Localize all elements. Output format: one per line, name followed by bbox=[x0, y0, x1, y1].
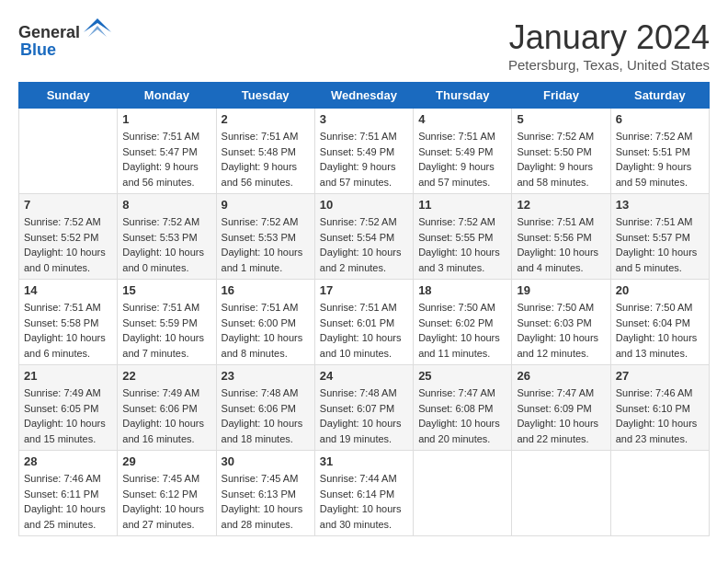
day-number: 4 bbox=[418, 112, 506, 126]
calendar-body: 1Sunrise: 7:51 AMSunset: 5:47 PMDaylight… bbox=[19, 109, 710, 536]
calendar-cell: 1Sunrise: 7:51 AMSunset: 5:47 PMDaylight… bbox=[118, 109, 216, 194]
day-number: 24 bbox=[320, 369, 408, 383]
day-number: 27 bbox=[616, 369, 704, 383]
cell-content: Sunrise: 7:51 AMSunset: 6:01 PMDaylight:… bbox=[320, 300, 408, 361]
day-number: 18 bbox=[418, 283, 506, 297]
day-number: 20 bbox=[616, 283, 704, 297]
calendar-cell: 10Sunrise: 7:52 AMSunset: 5:54 PMDayligh… bbox=[314, 194, 413, 280]
cell-content: Sunrise: 7:46 AMSunset: 6:11 PMDaylight:… bbox=[24, 471, 112, 532]
cell-content: Sunrise: 7:52 AMSunset: 5:53 PMDaylight:… bbox=[222, 214, 310, 275]
calendar-header: SundayMondayTuesdayWednesdayThursdayFrid… bbox=[19, 83, 710, 109]
day-number: 7 bbox=[24, 198, 112, 212]
calendar-cell: 17Sunrise: 7:51 AMSunset: 6:01 PMDayligh… bbox=[314, 280, 413, 365]
calendar-cell: 25Sunrise: 7:47 AMSunset: 6:08 PMDayligh… bbox=[414, 365, 512, 451]
calendar-cell: 4Sunrise: 7:51 AMSunset: 5:49 PMDaylight… bbox=[414, 109, 512, 194]
cell-content: Sunrise: 7:51 AMSunset: 6:00 PMDaylight:… bbox=[222, 300, 310, 361]
calendar-cell: 24Sunrise: 7:48 AMSunset: 6:07 PMDayligh… bbox=[314, 365, 413, 451]
calendar-cell: 29Sunrise: 7:45 AMSunset: 6:12 PMDayligh… bbox=[118, 451, 216, 536]
day-number: 11 bbox=[418, 198, 506, 212]
week-row-3: 14Sunrise: 7:51 AMSunset: 5:58 PMDayligh… bbox=[19, 280, 710, 365]
calendar-cell bbox=[610, 451, 709, 536]
cell-content: Sunrise: 7:47 AMSunset: 6:09 PMDaylight:… bbox=[517, 385, 605, 446]
logo-icon bbox=[84, 18, 111, 46]
location-title: Petersburg, Texas, United States bbox=[508, 57, 710, 73]
cell-content: Sunrise: 7:50 AMSunset: 6:02 PMDaylight:… bbox=[418, 300, 506, 361]
day-number: 13 bbox=[616, 198, 704, 212]
day-number: 17 bbox=[320, 283, 408, 297]
cell-content: Sunrise: 7:52 AMSunset: 5:52 PMDaylight:… bbox=[24, 214, 112, 275]
day-number: 6 bbox=[616, 112, 704, 126]
cell-content: Sunrise: 7:44 AMSunset: 6:14 PMDaylight:… bbox=[320, 471, 408, 532]
cell-content: Sunrise: 7:49 AMSunset: 6:05 PMDaylight:… bbox=[24, 385, 112, 446]
svg-marker-0 bbox=[84, 18, 111, 32]
calendar-cell: 11Sunrise: 7:52 AMSunset: 5:55 PMDayligh… bbox=[414, 194, 512, 280]
title-block: January 2024 Petersburg, Texas, United S… bbox=[508, 18, 710, 73]
calendar-cell: 5Sunrise: 7:52 AMSunset: 5:50 PMDaylight… bbox=[512, 109, 610, 194]
calendar-cell: 28Sunrise: 7:46 AMSunset: 6:11 PMDayligh… bbox=[19, 451, 118, 536]
calendar-cell: 14Sunrise: 7:51 AMSunset: 5:58 PMDayligh… bbox=[19, 280, 118, 365]
day-number: 3 bbox=[320, 112, 408, 126]
day-number: 31 bbox=[320, 454, 408, 468]
header-day-wednesday: Wednesday bbox=[314, 83, 413, 109]
calendar-cell: 13Sunrise: 7:51 AMSunset: 5:57 PMDayligh… bbox=[610, 194, 709, 280]
header-day-tuesday: Tuesday bbox=[216, 83, 314, 109]
calendar-cell: 15Sunrise: 7:51 AMSunset: 5:59 PMDayligh… bbox=[118, 280, 216, 365]
cell-content: Sunrise: 7:52 AMSunset: 5:51 PMDaylight:… bbox=[616, 129, 704, 190]
calendar-cell: 3Sunrise: 7:51 AMSunset: 5:49 PMDaylight… bbox=[314, 109, 413, 194]
day-number: 5 bbox=[517, 112, 605, 126]
day-number: 2 bbox=[222, 112, 310, 126]
logo-general-text: General bbox=[18, 23, 80, 42]
day-number: 9 bbox=[222, 198, 310, 212]
cell-content: Sunrise: 7:50 AMSunset: 6:04 PMDaylight:… bbox=[616, 300, 704, 361]
calendar-cell: 9Sunrise: 7:52 AMSunset: 5:53 PMDaylight… bbox=[216, 194, 314, 280]
calendar-cell: 16Sunrise: 7:51 AMSunset: 6:00 PMDayligh… bbox=[216, 280, 314, 365]
day-number: 30 bbox=[222, 454, 310, 468]
logo-blue-text: Blue bbox=[20, 40, 56, 60]
calendar-cell: 21Sunrise: 7:49 AMSunset: 6:05 PMDayligh… bbox=[19, 365, 118, 451]
cell-content: Sunrise: 7:52 AMSunset: 5:53 PMDaylight:… bbox=[122, 214, 210, 275]
week-row-2: 7Sunrise: 7:52 AMSunset: 5:52 PMDaylight… bbox=[19, 194, 710, 280]
month-title: January 2024 bbox=[508, 18, 710, 57]
cell-content: Sunrise: 7:51 AMSunset: 5:57 PMDaylight:… bbox=[616, 214, 704, 275]
cell-content: Sunrise: 7:46 AMSunset: 6:10 PMDaylight:… bbox=[616, 385, 704, 446]
cell-content: Sunrise: 7:51 AMSunset: 5:47 PMDaylight:… bbox=[122, 129, 210, 190]
day-number: 10 bbox=[320, 198, 408, 212]
calendar-cell: 7Sunrise: 7:52 AMSunset: 5:52 PMDaylight… bbox=[19, 194, 118, 280]
day-number: 23 bbox=[222, 369, 310, 383]
calendar-table: SundayMondayTuesdayWednesdayThursdayFrid… bbox=[18, 82, 710, 536]
day-number: 8 bbox=[122, 198, 210, 212]
calendar-cell bbox=[414, 451, 512, 536]
calendar-cell bbox=[512, 451, 610, 536]
week-row-4: 21Sunrise: 7:49 AMSunset: 6:05 PMDayligh… bbox=[19, 365, 710, 451]
cell-content: Sunrise: 7:47 AMSunset: 6:08 PMDaylight:… bbox=[418, 385, 506, 446]
calendar-cell bbox=[19, 109, 118, 194]
cell-content: Sunrise: 7:45 AMSunset: 6:12 PMDaylight:… bbox=[122, 471, 210, 532]
cell-content: Sunrise: 7:51 AMSunset: 5:59 PMDaylight:… bbox=[122, 300, 210, 361]
cell-content: Sunrise: 7:48 AMSunset: 6:06 PMDaylight:… bbox=[222, 385, 310, 446]
logo: General Blue bbox=[18, 18, 111, 60]
cell-content: Sunrise: 7:52 AMSunset: 5:55 PMDaylight:… bbox=[418, 214, 506, 275]
cell-content: Sunrise: 7:50 AMSunset: 6:03 PMDaylight:… bbox=[517, 300, 605, 361]
cell-content: Sunrise: 7:51 AMSunset: 5:48 PMDaylight:… bbox=[222, 129, 310, 190]
cell-content: Sunrise: 7:51 AMSunset: 5:58 PMDaylight:… bbox=[24, 300, 112, 361]
calendar-cell: 18Sunrise: 7:50 AMSunset: 6:02 PMDayligh… bbox=[414, 280, 512, 365]
day-number: 1 bbox=[122, 112, 210, 126]
cell-content: Sunrise: 7:45 AMSunset: 6:13 PMDaylight:… bbox=[222, 471, 310, 532]
day-number: 19 bbox=[517, 283, 605, 297]
day-number: 12 bbox=[517, 198, 605, 212]
cell-content: Sunrise: 7:52 AMSunset: 5:54 PMDaylight:… bbox=[320, 214, 408, 275]
cell-content: Sunrise: 7:52 AMSunset: 5:50 PMDaylight:… bbox=[517, 129, 605, 190]
cell-content: Sunrise: 7:51 AMSunset: 5:56 PMDaylight:… bbox=[517, 214, 605, 275]
calendar-cell: 27Sunrise: 7:46 AMSunset: 6:10 PMDayligh… bbox=[610, 365, 709, 451]
cell-content: Sunrise: 7:49 AMSunset: 6:06 PMDaylight:… bbox=[122, 385, 210, 446]
day-number: 28 bbox=[24, 454, 112, 468]
calendar-cell: 31Sunrise: 7:44 AMSunset: 6:14 PMDayligh… bbox=[314, 451, 413, 536]
calendar-cell: 23Sunrise: 7:48 AMSunset: 6:06 PMDayligh… bbox=[216, 365, 314, 451]
calendar-cell: 6Sunrise: 7:52 AMSunset: 5:51 PMDaylight… bbox=[610, 109, 709, 194]
page-header: General Blue January 2024 Petersburg, Te… bbox=[18, 18, 710, 73]
cell-content: Sunrise: 7:48 AMSunset: 6:07 PMDaylight:… bbox=[320, 385, 408, 446]
calendar-cell: 20Sunrise: 7:50 AMSunset: 6:04 PMDayligh… bbox=[610, 280, 709, 365]
day-number: 15 bbox=[122, 283, 210, 297]
header-day-saturday: Saturday bbox=[610, 83, 709, 109]
svg-marker-1 bbox=[88, 26, 107, 37]
